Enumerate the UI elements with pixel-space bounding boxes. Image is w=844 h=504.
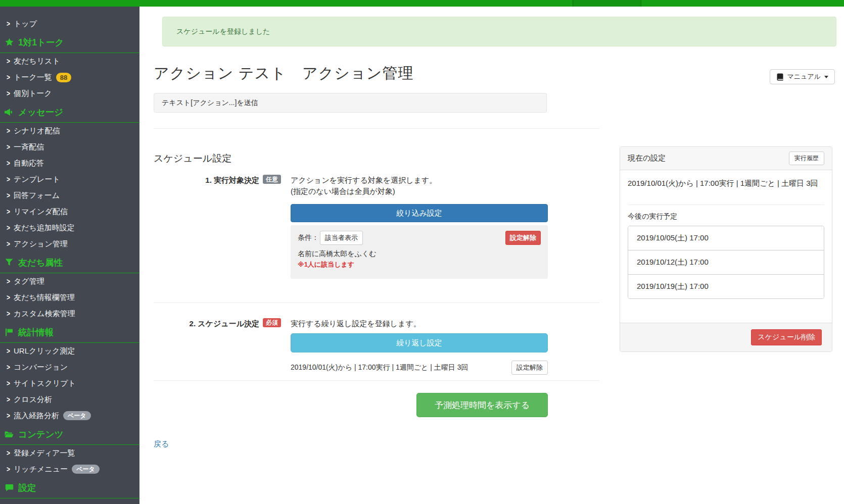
sidebar-item-registered-media[interactable]: 登録メディア一覧 (0, 445, 139, 461)
sidebar-section-label: メッセージ (18, 106, 63, 118)
sidebar-item-label: 登録メディア一覧 (14, 448, 75, 458)
chevron-right-icon (7, 223, 10, 232)
step2-description: 実行する繰り返し設定を登録します。 (291, 318, 421, 329)
chevron-right-icon (7, 293, 10, 302)
step2-label: 2. スケジュール決定 必須 (154, 318, 281, 329)
sidebar-item-template[interactable]: テンプレート (0, 171, 139, 187)
app-screen: トップ 1対1トーク 友だちリスト トーク一覧 88 個別トーク メッセージ (0, 0, 844, 504)
sidebar-item-label: 一斉配信 (14, 142, 44, 152)
sidebar-item-answer-form[interactable]: 回答フォーム (0, 187, 139, 204)
sidebar-section-1on1-talk: 1対1トーク (0, 32, 139, 53)
sidebar-item-top[interactable]: トップ (0, 16, 139, 32)
sidebar-item-action-management[interactable]: アクション管理 (0, 236, 139, 252)
step1-label: 1. 実行対象決定 任意 (154, 175, 281, 185)
sidebar-item-label: 友だち情報欄管理 (14, 293, 75, 303)
sidebar-item-label: 個別トーク (14, 89, 52, 98)
chevron-right-icon (7, 191, 10, 200)
action-summary-text: テキスト[アクション...]を送信 (162, 98, 258, 108)
chevron-right-icon (7, 239, 10, 248)
sidebar-item-label: テンプレート (14, 175, 60, 184)
sidebar-item-url-click-tracking[interactable]: URLクリック測定 (0, 343, 139, 359)
success-alert-message: スケジュールを登録しました (176, 27, 270, 36)
sidebar-item-auto-reply[interactable]: 自動応答 (0, 155, 139, 171)
sidebar-section-label: 1対1トーク (18, 36, 64, 48)
page-title: アクション テスト アクション管理 (154, 63, 413, 84)
list-item: 2019/10/05(土) 17:00 (628, 226, 824, 250)
top-navbar (0, 0, 844, 7)
chevron-right-icon (7, 379, 10, 388)
chat-bubble-icon (5, 483, 14, 492)
book-icon (776, 73, 783, 81)
clear-filter-button[interactable]: 設定解除 (505, 231, 541, 245)
manual-button[interactable]: マニュアル (770, 69, 835, 84)
sidebar-section-statistics: 統計情報 (0, 322, 139, 343)
sidebar-item-rich-menu[interactable]: リッチメニュー ベータ (0, 461, 139, 477)
chevron-right-icon (7, 126, 10, 135)
chevron-right-icon (7, 57, 10, 66)
required-badge: 必須 (263, 318, 281, 327)
sidebar-item-friend-info-management[interactable]: 友だち情報欄管理 (0, 289, 139, 306)
sidebar-item-site-script[interactable]: サイトスクリプト (0, 375, 139, 391)
chevron-right-icon (7, 448, 10, 458)
upcoming-executions-list: 2019/10/05(土) 17:00 2019/10/12(土) 17:00 … (628, 226, 824, 299)
sidebar-item-label: コンバージョン (14, 363, 68, 372)
main-content: スケジュールを登録しました アクション テスト アクション管理 マニュアル テキ… (139, 7, 844, 504)
top-navbar-divider (641, 0, 641, 7)
sidebar-section-message: メッセージ (0, 102, 139, 123)
condition-box: 条件： 該当者表示 設定解除 名前に高橋太郎をふくむ ※1人に該当します (291, 225, 548, 279)
beta-badge: ベータ (63, 411, 91, 420)
sidebar-item-inflow-route-analysis[interactable]: 流入経路分析 ベータ (0, 408, 139, 424)
divider (154, 380, 599, 381)
sidebar-item-scenario-delivery[interactable]: シナリオ配信 (0, 123, 139, 139)
sidebar-item-label: 自動応答 (14, 159, 44, 168)
sidebar-item-friend-add-settings[interactable]: 友だち追加時設定 (0, 220, 139, 236)
megaphone-icon (5, 108, 14, 117)
chevron-right-icon (7, 142, 10, 152)
sidebar-item-label: 回答フォーム (14, 191, 60, 200)
show-matching-users-button[interactable]: 該当者表示 (320, 231, 363, 245)
sidebar-item-label: サイトスクリプト (14, 379, 76, 388)
step2-label-text: 2. スケジュール決定 (190, 318, 259, 329)
sidebar-item-label: クロス分析 (14, 395, 52, 405)
sidebar-section-label: 設定 (18, 482, 36, 494)
sidebar-section-contents: コンテンツ (0, 424, 139, 445)
sidebar-item-friend-list[interactable]: 友だちリスト (0, 53, 139, 69)
repeat-settings-button[interactable]: 繰り返し設定 (291, 333, 548, 352)
divider (154, 303, 599, 303)
sidebar-item-custom-search-management[interactable]: カスタム検索管理 (0, 306, 139, 322)
sidebar-item-label: 友だちリスト (14, 57, 60, 66)
step1-content: アクションを実行する対象を選択します。 (指定のない場合は全員が対象) 絞り込み… (291, 175, 548, 286)
chevron-right-icon (7, 395, 10, 404)
sidebar-item-label: アクション管理 (14, 239, 68, 249)
condition-text: 名前に高橋太郎をふくむ (298, 249, 541, 259)
schedule-summary-row: 2019/10/01(火)から | 17:00実行 | 1週間ごと | 土曜日 … (291, 361, 548, 375)
sidebar-item-talk-list[interactable]: トーク一覧 88 (0, 69, 139, 85)
sidebar-item-label: タグ管理 (14, 277, 44, 286)
chevron-right-icon (7, 411, 10, 420)
filter-settings-button[interactable]: 絞り込み設定 (291, 204, 548, 222)
back-link[interactable]: 戻る (154, 439, 169, 449)
current-settings-footer: スケジュール削除 (620, 323, 832, 351)
action-summary-box: テキスト[アクション...]を送信 (154, 93, 547, 113)
unread-count-badge: 88 (56, 73, 71, 82)
execution-history-button[interactable]: 実行履歴 (789, 152, 824, 165)
sidebar-item-label: リッチメニュー (14, 465, 68, 474)
current-settings-header: 現在の設定 実行履歴 (620, 147, 832, 170)
current-settings-summary: 2019/10/01(火)から | 17:00実行 | 1週間ごと | 土曜日 … (628, 177, 824, 189)
delete-schedule-button[interactable]: スケジュール削除 (751, 329, 822, 345)
sidebar-item-tag-management[interactable]: タグ管理 (0, 273, 139, 289)
sidebar-item-conversion[interactable]: コンバージョン (0, 359, 139, 375)
sidebar-item-label: トップ (14, 19, 37, 29)
optional-badge: 任意 (263, 175, 281, 184)
sidebar-item-individual-talk[interactable]: 個別トーク (0, 85, 139, 102)
star-icon (5, 38, 14, 47)
list-item: 2019/10/12(土) 17:00 (628, 250, 824, 275)
step1-description: アクションを実行する対象を選択します。 (指定のない場合は全員が対象) (291, 175, 437, 197)
sidebar-item-broadcast[interactable]: 一斉配信 (0, 139, 139, 155)
chevron-right-icon (7, 465, 10, 474)
show-predicted-time-button[interactable]: 予測処理時間を表示する (416, 393, 548, 417)
sidebar-item-cross-analysis[interactable]: クロス分析 (0, 391, 139, 408)
clear-schedule-button[interactable]: 設定解除 (511, 361, 548, 375)
sidebar-item-reminder-delivery[interactable]: リマインダ配信 (0, 204, 139, 220)
sidebar-item-label: トーク一覧 (14, 73, 52, 82)
